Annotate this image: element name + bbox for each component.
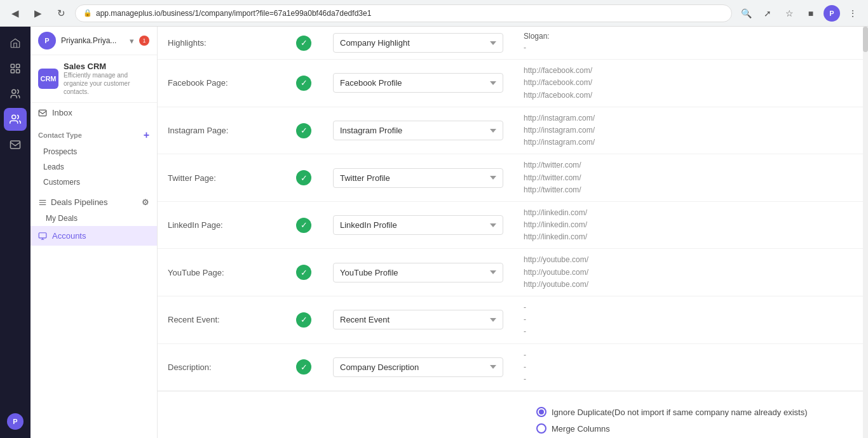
sidebar-item-leads[interactable]: Leads [31,159,157,175]
table-row: Description:✓Company Description--- [158,343,863,391]
check-icon: ✓ [296,312,311,328]
svg-rect-6 [11,141,20,149]
extensions-button[interactable]: ■ [802,4,820,22]
sidebar-item-my-deals[interactable]: My Deals [31,211,157,226]
back-button[interactable]: ◀ [6,4,24,22]
icon-bar-people[interactable] [4,83,27,105]
merge-columns-option[interactable]: Merge Columns [536,423,853,434]
sidebar-inbox[interactable]: Inbox [31,103,157,123]
check-cell: ✓ [285,27,323,60]
preview-cell: --- [513,343,863,391]
field-label: Highlights: [158,27,285,60]
dropdown-cell: Facebook Profile [323,60,513,107]
browser-profile[interactable]: P [824,5,840,22]
field-mapping-select-2[interactable]: Instagram Profile [333,121,503,140]
table-row: Recent Event:✓Recent Event--- [158,296,863,344]
lock-icon: 🔒 [83,9,92,17]
field-mapping-select-5[interactable]: YouTube Profile [333,263,503,282]
browser-chrome: ◀ ▶ ↻ 🔒 app.manageplus.io/business/1/com… [0,0,868,27]
preview-cell: Slogan:- [513,27,863,60]
icon-bar-grid[interactable] [4,57,27,80]
dropdown-cell: LinkedIn Profile [323,201,513,249]
reload-button[interactable]: ↻ [52,4,70,22]
import-table: Highlights:✓Company HighlightSlogan:-Fac… [158,27,863,391]
ignore-duplicate-option[interactable]: Ignore Duplicate(Do not import if same c… [536,407,853,417]
icon-bar-mail[interactable] [4,133,27,156]
icon-bar: P [0,27,31,438]
forward-button[interactable]: ▶ [29,4,47,22]
icon-bar-user-profile[interactable]: P [4,410,27,433]
merge-columns-radio[interactable] [536,423,546,434]
bookmark-button[interactable]: ☆ [780,4,798,22]
accounts-icon [38,232,47,241]
inbox-label: Inbox [52,108,72,117]
field-mapping-select-1[interactable]: Facebook Profile [333,73,503,93]
main-content: Highlights:✓Company HighlightSlogan:-Fac… [158,27,863,438]
preview-text: http://instagram.com/http://instagram.co… [524,112,853,149]
sidebar-item-prospects[interactable]: Prospects [31,144,157,159]
add-contact-type-button[interactable]: + [144,130,149,140]
table-row: YouTube Page:✓YouTube Profilehttp://yout… [158,249,863,296]
search-browser-button[interactable]: 🔍 [737,4,755,22]
dropdown-cell: YouTube Profile [323,249,513,296]
check-icon: ✓ [296,265,311,280]
check-cell: ✓ [285,154,323,202]
svg-rect-3 [17,70,20,73]
contact-type-header: Contact Type + [31,126,157,144]
share-button[interactable]: ➚ [759,4,776,22]
contact-type-section: Contact Type + Prospects Leads Customers [31,123,157,194]
scrollbar[interactable] [863,27,868,438]
slogan-label: Slogan: [524,32,853,41]
merge-columns-label: Merge Columns [552,424,610,434]
field-label: YouTube Page: [158,249,285,296]
icon-bar-crm[interactable] [4,108,27,131]
preview-cell: http://facebook.com/http://facebook.com/… [513,60,863,107]
preview-text: - [524,42,853,54]
deals-label: Deals Pipelines [51,197,108,207]
notification-badge: 1 [139,36,149,46]
table-row: LinkedIn Page:✓LinkedIn Profilehttp://li… [158,201,863,249]
field-mapping-select-0[interactable]: Company Highlight [333,33,503,53]
check-cell: ✓ [285,249,323,296]
menu-button[interactable]: ⋮ [844,4,862,22]
deals-pipelines-header[interactable]: Deals Pipelines ⚙ [31,194,157,211]
dropdown-cell: Instagram Profile [323,107,513,154]
table-row: Twitter Page:✓Twitter Profilehttp://twit… [158,154,863,202]
preview-text: http://twitter.com/http://twitter.com/ht… [524,159,853,196]
sidebar-item-accounts[interactable]: Accounts [31,226,157,246]
svg-rect-0 [11,64,14,67]
dropdown-cell: Company Description [323,343,513,391]
sidebar-item-customers[interactable]: Customers [31,175,157,190]
address-bar[interactable]: 🔒 app.manageplus.io/business/1/company/i… [75,4,732,22]
field-mapping-select-4[interactable]: LinkedIn Profile [333,215,503,235]
icon-bar-home[interactable] [4,32,27,55]
svg-rect-7 [39,110,46,116]
field-mapping-select-6[interactable]: Recent Event [333,310,503,329]
field-mapping-select-7[interactable]: Company Description [333,357,503,377]
field-label: Recent Event: [158,296,285,344]
ignore-duplicate-radio[interactable] [536,407,546,417]
field-mapping-select-3[interactable]: Twitter Profile [333,168,503,188]
accounts-label: Accounts [52,231,86,241]
user-avatar-small: P [7,413,24,430]
preview-text: http://youtube.com/http://youtube.com/ht… [524,254,853,291]
preview-cell: http://linkedin.com/http://linkedin.com/… [513,201,863,249]
preview-cell: http://twitter.com/http://twitter.com/ht… [513,154,863,202]
table-row: Facebook Page:✓Facebook Profilehttp://fa… [158,60,863,107]
preview-text: http://linkedin.com/http://linkedin.com/… [524,207,853,244]
browser-actions: 🔍 ➚ ☆ ■ P ⋮ [737,4,862,22]
avatar: P [38,32,56,50]
gear-icon[interactable]: ⚙ [142,197,149,207]
ignore-duplicate-label: Ignore Duplicate(Do not import if same c… [552,408,807,417]
check-cell: ✓ [285,201,323,249]
table-row: Highlights:✓Company HighlightSlogan:- [158,27,863,60]
svg-rect-8 [39,232,46,237]
scrollbar-thumb[interactable] [863,27,868,52]
deals-icon [38,198,47,207]
preview-cell: http://instagram.com/http://instagram.co… [513,107,863,154]
sidebar-app-header: CRM Sales CRM Efficiently manage and org… [31,55,157,103]
check-icon: ✓ [296,36,311,51]
dropdown-icon[interactable]: ▾ [130,36,134,46]
preview-text: --- [524,302,853,338]
bottom-section: Ignore Duplicate(Do not import if same c… [158,391,863,438]
